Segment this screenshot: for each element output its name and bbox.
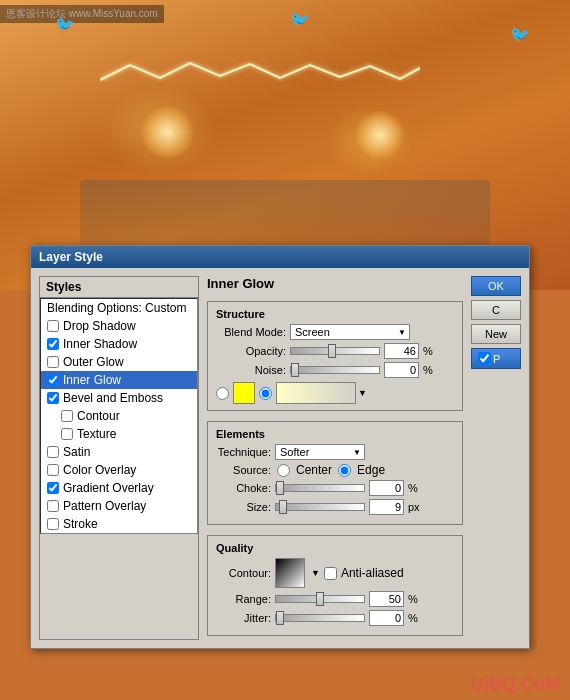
blend-mode-label: Blend Mode: bbox=[216, 326, 286, 338]
outer-glow-check[interactable] bbox=[47, 356, 59, 368]
style-gradient-overlay[interactable]: Gradient Overlay bbox=[41, 479, 197, 497]
style-outer-glow[interactable]: Outer Glow bbox=[41, 353, 197, 371]
style-inner-shadow[interactable]: Inner Shadow bbox=[41, 335, 197, 353]
jitter-slider[interactable] bbox=[275, 614, 365, 622]
preview-check[interactable] bbox=[478, 352, 491, 365]
size-input[interactable] bbox=[369, 499, 404, 515]
style-bevel-emboss[interactable]: Bevel and Emboss bbox=[41, 389, 197, 407]
structure-section: Structure Blend Mode: Screen Normal Mult… bbox=[207, 301, 463, 411]
noise-input[interactable] bbox=[384, 362, 419, 378]
style-contour[interactable]: Contour bbox=[41, 407, 197, 425]
elements-title: Elements bbox=[216, 428, 454, 440]
center-label: Center bbox=[296, 463, 332, 477]
jitter-row: Jitter: % bbox=[216, 610, 454, 626]
bird-1: 🐦 bbox=[55, 15, 75, 34]
styles-panel: Styles Blending Options: Custom Drop Sha… bbox=[39, 276, 199, 640]
range-row: Range: % bbox=[216, 591, 454, 607]
contour-controls: ▼ Anti-aliased bbox=[275, 558, 404, 588]
jitter-label: Jitter: bbox=[216, 612, 271, 624]
noise-slider[interactable] bbox=[290, 366, 380, 374]
opacity-slider-container: % bbox=[290, 343, 438, 359]
edge-radio[interactable] bbox=[338, 464, 351, 477]
opacity-unit: % bbox=[423, 345, 438, 357]
watermark-bottom: UiBQ.CoM bbox=[471, 674, 560, 695]
opacity-slider[interactable] bbox=[290, 347, 380, 355]
contour-dropdown-icon[interactable]: ▼ bbox=[311, 568, 320, 578]
choke-input[interactable] bbox=[369, 480, 404, 496]
quality-section: Quality Contour: ▼ bbox=[207, 535, 463, 636]
range-label: Range: bbox=[216, 593, 271, 605]
technique-label: Technique: bbox=[216, 446, 271, 458]
range-unit: % bbox=[408, 593, 423, 605]
jitter-slider-container: % bbox=[275, 610, 423, 626]
color-overlay-label: Color Overlay bbox=[63, 463, 136, 477]
gradient-swatch[interactable] bbox=[276, 382, 356, 404]
solid-color-swatch[interactable] bbox=[233, 382, 255, 404]
noise-slider-container: % bbox=[290, 362, 438, 378]
stroke-check[interactable] bbox=[47, 518, 59, 530]
contour-label: Contour: bbox=[216, 567, 271, 579]
gradient-wrapper: ▼ bbox=[276, 382, 367, 404]
opacity-input[interactable] bbox=[384, 343, 419, 359]
ok-button[interactable]: OK bbox=[471, 276, 521, 296]
choke-slider[interactable] bbox=[275, 484, 365, 492]
color-overlay-check[interactable] bbox=[47, 464, 59, 476]
source-row: Source: Center Edge bbox=[216, 463, 454, 477]
gradient-dropdown-icon[interactable]: ▼ bbox=[358, 388, 367, 398]
quality-title: Quality bbox=[216, 542, 454, 554]
lightning-effect bbox=[100, 60, 420, 90]
bevel-emboss-check[interactable] bbox=[47, 392, 59, 404]
technique-wrapper: Softer Precise bbox=[275, 444, 365, 460]
style-stroke[interactable]: Stroke bbox=[41, 515, 197, 533]
anti-aliased-label: Anti-aliased bbox=[341, 566, 404, 580]
choke-row: Choke: % bbox=[216, 480, 454, 496]
noise-row: Noise: % bbox=[216, 362, 454, 378]
contour-preview[interactable] bbox=[275, 558, 305, 588]
new-button[interactable]: New bbox=[471, 324, 521, 344]
style-pattern-overlay[interactable]: Pattern Overlay bbox=[41, 497, 197, 515]
gradient-overlay-check[interactable] bbox=[47, 482, 59, 494]
layer-style-dialog: Layer Style Styles Blending Options: Cus… bbox=[30, 245, 530, 649]
inner-glow-label: Inner Glow bbox=[63, 373, 121, 387]
opacity-label: Opacity: bbox=[216, 345, 286, 357]
texture-label: Texture bbox=[77, 427, 116, 441]
drop-shadow-check[interactable] bbox=[47, 320, 59, 332]
elements-section: Elements Technique: Softer Precise Sourc… bbox=[207, 421, 463, 525]
preview-checkbox[interactable]: P bbox=[471, 348, 521, 369]
anti-aliased-check[interactable] bbox=[324, 567, 337, 580]
pattern-overlay-check[interactable] bbox=[47, 500, 59, 512]
satin-check[interactable] bbox=[47, 446, 59, 458]
style-blending-options[interactable]: Blending Options: Custom bbox=[41, 299, 197, 317]
size-slider[interactable] bbox=[275, 503, 365, 511]
gradient-color-radio[interactable] bbox=[259, 387, 272, 400]
blend-mode-select[interactable]: Screen Normal Multiply bbox=[290, 324, 410, 340]
jitter-input[interactable] bbox=[369, 610, 404, 626]
center-radio[interactable] bbox=[277, 464, 290, 477]
solid-color-radio[interactable] bbox=[216, 387, 229, 400]
dialog-title: Layer Style bbox=[39, 250, 103, 264]
style-drop-shadow[interactable]: Drop Shadow bbox=[41, 317, 197, 335]
inner-glow-check[interactable] bbox=[47, 374, 59, 386]
range-slider[interactable] bbox=[275, 595, 365, 603]
blend-mode-wrapper: Screen Normal Multiply bbox=[290, 324, 410, 340]
style-texture[interactable]: Texture bbox=[41, 425, 197, 443]
source-label: Source: bbox=[216, 464, 271, 476]
texture-check[interactable] bbox=[61, 428, 73, 440]
structure-title: Structure bbox=[216, 308, 454, 320]
bird-3: 🐦 bbox=[510, 25, 530, 44]
contour-label: Contour bbox=[77, 409, 120, 423]
orb-right bbox=[355, 110, 405, 160]
style-inner-glow[interactable]: Inner Glow bbox=[41, 371, 197, 389]
contour-check[interactable] bbox=[61, 410, 73, 422]
inner-shadow-check[interactable] bbox=[47, 338, 59, 350]
technique-row: Technique: Softer Precise bbox=[216, 444, 454, 460]
style-color-overlay[interactable]: Color Overlay bbox=[41, 461, 197, 479]
technique-select[interactable]: Softer Precise bbox=[275, 444, 365, 460]
size-unit: px bbox=[408, 501, 423, 513]
cancel-button[interactable]: C bbox=[471, 300, 521, 320]
satin-label: Satin bbox=[63, 445, 90, 459]
watermark-top: 恩客设计论坛 www.MissYuan.com bbox=[0, 5, 164, 23]
style-satin[interactable]: Satin bbox=[41, 443, 197, 461]
noise-label: Noise: bbox=[216, 364, 286, 376]
range-input[interactable] bbox=[369, 591, 404, 607]
